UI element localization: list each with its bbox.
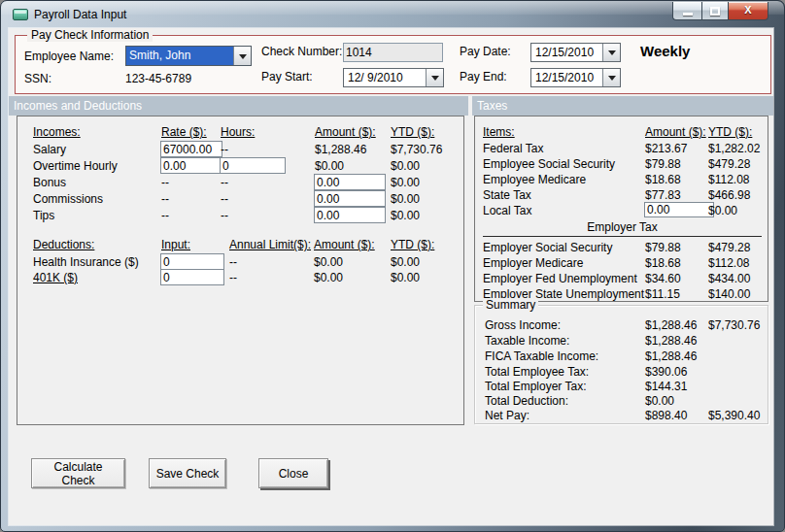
tax-amount: $79.88 [645, 157, 681, 171]
health-insurance-limit: -- [229, 255, 237, 269]
overtime-amount: $0.00 [315, 159, 344, 173]
close-button[interactable]: Close [258, 458, 328, 488]
pay-end-value: 12/15/2010 [531, 69, 602, 86]
window-controls: X [672, 2, 768, 20]
ytd-col-header: YTD ($): [708, 125, 752, 139]
app-icon [13, 9, 28, 20]
pay-frequency-label: Weekly [640, 45, 690, 58]
chevron-down-icon [608, 76, 616, 81]
save-check-button[interactable]: Save Check [149, 458, 226, 488]
401k-ytd: $0.00 [391, 271, 420, 284]
income-label: Bonus [33, 176, 66, 189]
employee-name-dropdown-button[interactable] [233, 47, 251, 65]
summary-amount: $1,288.46 [645, 334, 697, 348]
pay-end-picker[interactable]: 12/15/2010 [530, 68, 621, 87]
minimize-button[interactable] [672, 2, 701, 20]
401k-amount: $0.00 [314, 271, 343, 284]
calculate-check-button[interactable]: Calculate Check [31, 458, 125, 488]
bonus-rate: -- [161, 176, 169, 189]
bonus-hours: -- [221, 176, 228, 189]
tax-amount: $18.68 [645, 256, 681, 270]
tax-label: Local Tax [483, 204, 531, 217]
health-insurance-amount: $0.00 [314, 255, 343, 269]
401k-input[interactable] [160, 269, 224, 285]
summary-amount: $144.31 [645, 380, 687, 393]
deductions-col-header: Deductions: [33, 238, 94, 251]
pay-date-dropdown-button[interactable] [602, 44, 620, 61]
tax-ytd: $434.00 [708, 272, 750, 285]
pay-start-dropdown-button[interactable] [426, 69, 443, 86]
overtime-rate-input[interactable] [160, 157, 222, 174]
summary-label: Total Employee Tax: [485, 365, 589, 379]
incomes-deductions-panel: Incomes: Rate ($): Hours: Amount ($): YT… [17, 116, 464, 425]
summary-amount: $1,288.46 [645, 318, 697, 332]
pay-start-picker[interactable]: 12/ 9/2010 [343, 68, 444, 87]
employee-name-label: Employee Name: [24, 50, 114, 63]
check-number-field[interactable] [343, 43, 443, 62]
tax-ytd: $479.28 [708, 241, 750, 254]
local-tax-input[interactable] [644, 202, 714, 217]
401k-link[interactable]: 401K ($) [33, 271, 78, 284]
close-icon: X [729, 4, 768, 16]
summary-label: Net Pay: [485, 409, 529, 422]
tips-amount-input[interactable] [314, 207, 386, 223]
salary-rate-input[interactable] [160, 141, 222, 157]
summary-label: Total Deduction: [485, 394, 568, 408]
pay-date-picker[interactable]: 12/15/2010 [530, 43, 621, 62]
overtime-ytd: $0.00 [391, 159, 420, 173]
summary-amount: $898.40 [645, 409, 687, 422]
tips-ytd: $0.00 [391, 209, 420, 222]
close-window-button[interactable]: X [729, 2, 768, 20]
maximize-button[interactable] [701, 2, 729, 20]
overtime-hours-input[interactable] [220, 157, 286, 174]
employee-name-selected-value: Smith, John [126, 47, 233, 65]
amount-col-header: Amount ($): [315, 125, 376, 139]
tax-label: Employer Medicare [483, 256, 583, 270]
ssn-label: SSN: [24, 72, 51, 85]
ssn-value: 123-45-6789 [125, 72, 191, 85]
summary-amount: $1,288.46 [645, 349, 697, 363]
commissions-amount-input[interactable] [314, 190, 386, 207]
tax-ytd: $479.28 [708, 157, 750, 171]
rate-col-header: Rate ($): [161, 125, 207, 139]
amount-col-header: Amount ($): [645, 125, 706, 139]
tax-ytd: $0.00 [708, 204, 737, 217]
health-insurance-input[interactable] [160, 253, 224, 270]
employer-tax-header: Employer Tax [483, 220, 762, 237]
payroll-window: Payroll Data Input X Pay Check Informati… [0, 0, 785, 532]
tax-label: Employer Social Security [483, 241, 612, 254]
summary-ytd: $7,730.76 [708, 318, 760, 332]
paycheck-info-group-label: Pay Check Information [27, 28, 153, 42]
tax-label: Employee Medicare [483, 173, 586, 186]
chevron-down-icon [608, 50, 616, 55]
tax-amount: $18.68 [645, 173, 681, 186]
items-col-header: Items: [483, 125, 515, 139]
tax-amount: $213.67 [645, 142, 687, 155]
tax-ytd: $140.00 [708, 287, 750, 301]
summary-amount: $390.06 [645, 365, 687, 379]
tax-ytd: $112.08 [708, 173, 750, 186]
pay-end-label: Pay End: [460, 70, 507, 83]
bonus-amount-input[interactable] [314, 174, 386, 190]
pay-date-value: 12/15/2010 [531, 44, 602, 61]
taxes-panel: Items: Amount ($): YTD ($): Federal Tax … [474, 116, 768, 302]
tax-amount: $34.60 [645, 272, 681, 285]
salary-ytd: $7,730.76 [391, 143, 442, 156]
summary-ytd: $5,390.40 [708, 409, 760, 422]
tax-amount: $77.83 [645, 188, 681, 202]
tax-amount: $11.15 [645, 287, 680, 301]
employee-name-combobox[interactable]: Smith, John [125, 46, 252, 66]
form-client-area: Pay Check Information Employee Name: Smi… [9, 28, 773, 525]
title-bar[interactable]: Payroll Data Input X [1, 1, 784, 28]
summary-group: Summary Gross Income: $1,288.46 $7,730.7… [474, 305, 768, 424]
commissions-ytd: $0.00 [391, 192, 420, 206]
incomes-section-header: Incomes and Deductions [9, 96, 468, 116]
incomes-col-header: Incomes: [33, 125, 81, 139]
taxes-section-header: Taxes [472, 96, 773, 116]
summary-label: Gross Income: [485, 318, 561, 332]
pay-end-dropdown-button[interactable] [602, 69, 620, 86]
chevron-down-icon [431, 76, 439, 81]
hours-col-header: Hours: [221, 125, 255, 139]
tax-ytd: $1,282.02 [708, 142, 760, 155]
window-title: Payroll Data Input [34, 8, 126, 21]
